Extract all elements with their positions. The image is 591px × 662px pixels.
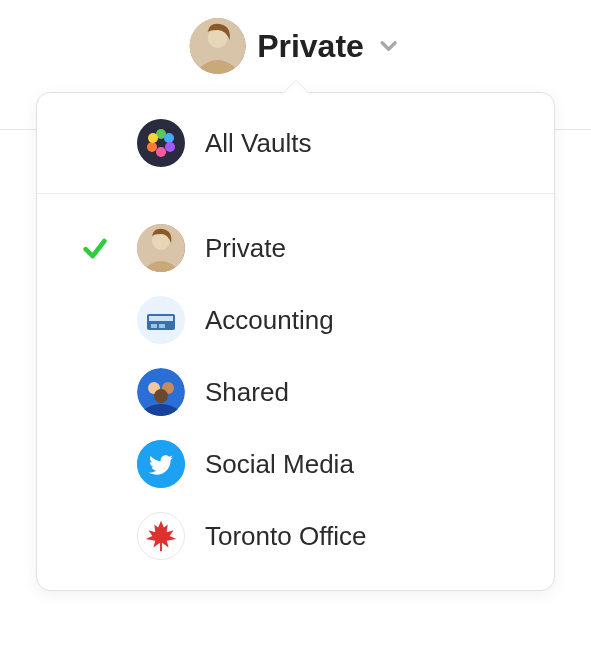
chevron-down-icon bbox=[376, 33, 402, 59]
svg-rect-14 bbox=[159, 324, 165, 328]
svg-point-4 bbox=[165, 142, 175, 152]
all-vaults-item[interactable]: All Vaults bbox=[37, 93, 554, 194]
user-avatar-icon bbox=[137, 224, 185, 272]
vault-item-label: Private bbox=[205, 233, 286, 264]
vault-selector[interactable]: Private bbox=[189, 18, 402, 74]
current-vault-title: Private bbox=[257, 28, 364, 65]
vault-item-social-media[interactable]: Social Media bbox=[37, 428, 554, 500]
svg-point-7 bbox=[148, 133, 158, 143]
vault-item-accounting[interactable]: Accounting bbox=[37, 284, 554, 356]
current-vault-avatar bbox=[189, 18, 245, 74]
svg-point-3 bbox=[164, 133, 174, 143]
shared-icon bbox=[137, 368, 185, 416]
vault-item-toronto-office[interactable]: Toronto Office bbox=[37, 500, 554, 572]
maple-leaf-icon bbox=[137, 512, 185, 560]
all-vaults-label: All Vaults bbox=[205, 128, 311, 159]
vault-item-label: Toronto Office bbox=[205, 521, 366, 552]
vault-list: Private Accounting bbox=[37, 194, 554, 572]
vault-item-label: Social Media bbox=[205, 449, 354, 480]
vault-dropdown: All Vaults Private bbox=[36, 92, 555, 591]
vault-item-private[interactable]: Private bbox=[37, 212, 554, 284]
twitter-icon bbox=[137, 440, 185, 488]
svg-point-5 bbox=[156, 147, 166, 157]
svg-rect-12 bbox=[149, 316, 173, 321]
selected-check-icon bbox=[81, 234, 117, 262]
accounting-icon bbox=[137, 296, 185, 344]
svg-rect-13 bbox=[151, 324, 157, 328]
svg-point-18 bbox=[154, 389, 168, 403]
vault-item-label: Accounting bbox=[205, 305, 334, 336]
vault-item-label: Shared bbox=[205, 377, 289, 408]
vault-item-shared[interactable]: Shared bbox=[37, 356, 554, 428]
svg-point-6 bbox=[147, 142, 157, 152]
all-vaults-icon bbox=[137, 119, 185, 167]
